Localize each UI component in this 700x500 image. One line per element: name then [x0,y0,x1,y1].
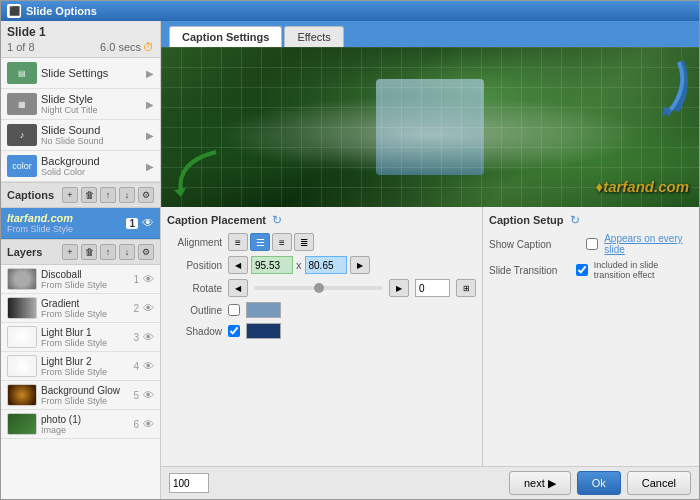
bgglow-thumb [7,384,37,406]
cancel-button[interactable]: Cancel [627,471,691,495]
discoball-sub: From Slide Style [41,280,129,290]
slide-item-style[interactable]: ▦ Slide Style Night Cut Title ▶ [1,89,160,120]
gradient-info: Gradient From Slide Style [41,298,129,319]
slide-item-sound[interactable]: ♪ Slide Sound No Slide Sound ▶ [1,120,160,151]
discoball-num: 1 [133,274,139,285]
add-layer-btn[interactable]: + [62,244,78,260]
rotate-left-btn[interactable]: ◀ [228,279,248,297]
position-row: Position ◀ x ▶ [167,256,476,274]
zoom-input[interactable] [169,473,209,493]
captions-title: Captions [7,189,54,201]
placement-refresh-icon[interactable]: ↻ [272,213,282,227]
discoball-thumb [7,268,37,290]
align-right-btn[interactable]: ≡ [272,233,292,251]
down-caption-btn[interactable]: ↓ [119,187,135,203]
layer-item-bgglow[interactable]: Background Glow From Slide Style 5 👁 [1,381,160,410]
pos-left-arrow[interactable]: ◀ [228,256,248,274]
caption-badge: 1 [126,218,138,229]
down-layer-btn[interactable]: ↓ [119,244,135,260]
lightblur2-eye-icon[interactable]: 👁 [143,360,154,372]
outline-label: Outline [167,305,222,316]
pos-x-input[interactable] [251,256,293,274]
setup-title: Caption Setup [489,214,564,226]
rotate-value-input[interactable] [415,279,450,297]
lightblur1-sub: From Slide Style [41,338,129,348]
tab-caption-settings[interactable]: Caption Settings [169,26,282,47]
captions-header: Captions + 🗑 ↑ ↓ ⚙ [1,182,160,208]
outline-color-swatch[interactable] [246,302,281,318]
clock-icon: ⏱ [143,41,154,53]
delete-caption-btn[interactable]: 🗑 [81,187,97,203]
align-justify-btn[interactable]: ≣ [294,233,314,251]
show-caption-label: Show Caption [489,239,580,250]
pos-right-arrow[interactable]: ▶ [350,256,370,274]
settings-caption-btn[interactable]: ⚙ [138,187,154,203]
window-title: Slide Options [26,5,97,17]
ok-button[interactable]: Ok [577,471,621,495]
slide-sub: 1 of 8 6.0 secs ⏱ [7,41,154,53]
placement-title: Caption Placement [167,214,266,226]
settings-layer-btn[interactable]: ⚙ [138,244,154,260]
bg-arrow-icon: ▶ [146,161,154,172]
caption-list-item[interactable]: Itarfand.com From Slide Style 1 👁 [1,208,160,239]
pos-label: Position [167,260,222,271]
up-layer-btn[interactable]: ↑ [100,244,116,260]
bgglow-eye-icon[interactable]: 👁 [143,389,154,401]
style-item-text: Slide Style Night Cut Title [41,93,142,115]
slide-items: ▤ Slide Settings ▶ ▦ Slide Style Night C… [1,58,160,182]
photo-name: photo (1) [41,414,129,425]
preview-area: ♦tarfand.com [161,47,699,207]
align-left-btn[interactable]: ≡ [228,233,248,251]
shadow-label: Shadow [167,326,222,337]
layers-list: Discoball From Slide Style 1 👁 Gradient … [1,265,160,499]
transition-sub: Included in slide transition effect [594,260,697,280]
style-sub: Night Cut Title [41,105,142,115]
slide-item-background[interactable]: color Background Solid Color ▶ [1,151,160,182]
pos-y-input[interactable] [305,256,347,274]
align-label: Alignment [167,237,222,248]
tabs-bar: Caption Settings Effects [161,21,699,47]
rotate-extra-btn[interactable]: ⊞ [456,279,476,297]
layer-item-lightblur2[interactable]: Light Blur 2 From Slide Style 4 👁 [1,352,160,381]
layer-item-photo[interactable]: photo (1) Image 6 👁 [1,410,160,439]
tab-effects[interactable]: Effects [284,26,343,47]
rotate-right-btn[interactable]: ▶ [389,279,409,297]
layer-item-gradient[interactable]: Gradient From Slide Style 2 👁 [1,294,160,323]
lightblur2-num: 4 [133,361,139,372]
slide-item-settings[interactable]: ▤ Slide Settings ▶ [1,58,160,89]
show-caption-checkbox[interactable] [586,238,598,250]
every-slide-link[interactable]: Appears on every slide [604,233,697,255]
outline-checkbox[interactable] [228,304,240,316]
discoball-eye-icon[interactable]: 👁 [143,273,154,285]
setup-column: Caption Setup ↻ Show Caption Appears on … [483,207,699,466]
layer-item-lightblur1[interactable]: Light Blur 1 From Slide Style 3 👁 [1,323,160,352]
shadow-checkbox[interactable] [228,325,240,337]
up-caption-btn[interactable]: ↑ [100,187,116,203]
gradient-eye-icon[interactable]: 👁 [143,302,154,314]
photo-thumb [7,413,37,435]
add-caption-btn[interactable]: + [62,187,78,203]
background-icon: color [7,155,37,177]
photo-sub: Image [41,425,129,435]
caption-eye-icon[interactable]: 👁 [142,216,154,230]
next-button[interactable]: next ▶ [509,471,571,495]
green-arrow-decoration [166,142,236,202]
shadow-color-swatch[interactable] [246,323,281,339]
layers-tools: + 🗑 ↑ ↓ ⚙ [62,244,154,260]
setup-refresh-icon[interactable]: ↻ [570,213,580,227]
slide-time: 6.0 secs ⏱ [100,41,154,53]
left-panel: Slide 1 1 of 8 6.0 secs ⏱ ▤ Slide Settin… [1,21,161,499]
pos-x-label: x [296,259,302,271]
lightblur1-eye-icon[interactable]: 👁 [143,331,154,343]
transition-checkbox[interactable] [576,264,588,276]
settings-label: Slide Settings [41,67,142,79]
photo-eye-icon[interactable]: 👁 [143,418,154,430]
lightblur2-thumb [7,355,37,377]
align-center-btn[interactable]: ☰ [250,233,270,251]
layer-item-discoball[interactable]: Discoball From Slide Style 1 👁 [1,265,160,294]
caption-area-layout: Caption Placement ↻ Alignment ≡ ☰ ≡ ≣ [161,207,699,466]
captions-tools: + 🗑 ↑ ↓ ⚙ [62,187,154,203]
delete-layer-btn[interactable]: 🗑 [81,244,97,260]
rotate-slider[interactable] [254,286,383,290]
photo-num: 6 [133,419,139,430]
